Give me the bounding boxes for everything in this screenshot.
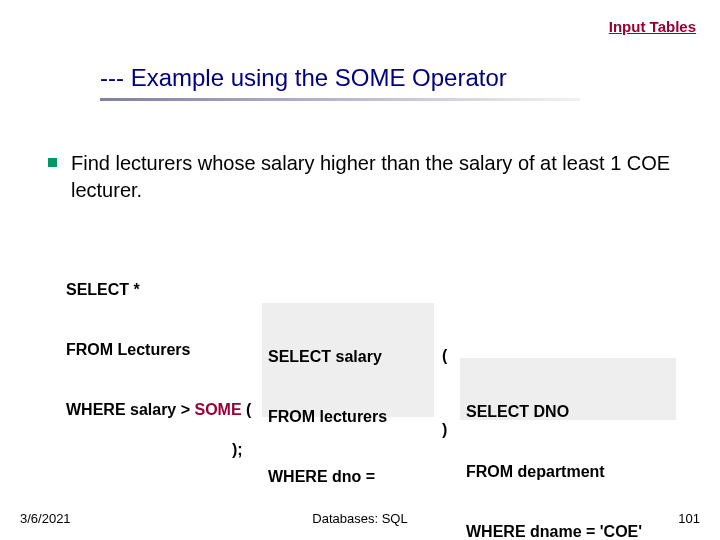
sql-line: SELECT DNO xyxy=(466,402,670,422)
slide-title-wrap: --- Example using the SOME Operator xyxy=(100,64,680,101)
some-keyword: SOME xyxy=(195,401,242,418)
input-tables-link[interactable]: Input Tables xyxy=(609,18,696,35)
sql-line: SELECT * xyxy=(66,280,251,300)
sql-line: FROM Lecturers xyxy=(66,340,251,360)
footer-page-number: 101 xyxy=(678,511,700,526)
bullet-text: Find lecturers whose salary higher than … xyxy=(71,150,690,204)
sql-subquery-box-2: SELECT DNO FROM department WHERE dname =… xyxy=(460,358,676,420)
sql-line: WHERE salary > SOME ( xyxy=(66,400,251,420)
sql-line: FROM department xyxy=(466,462,670,482)
sql-line: WHERE dno = xyxy=(268,467,428,487)
bullet-square-icon xyxy=(48,158,57,167)
paren-close: ) xyxy=(442,420,447,440)
sql-subquery-box-1: SELECT salary FROM lecturers WHERE dno = xyxy=(262,303,434,417)
paren-open: ( xyxy=(442,346,447,366)
sql-line: SELECT salary xyxy=(268,347,428,367)
sql-outer-block: SELECT * FROM Lecturers WHERE salary > S… xyxy=(66,240,251,440)
footer-title: Databases: SQL xyxy=(0,511,720,526)
title-underline xyxy=(100,98,580,101)
slide-title: --- Example using the SOME Operator xyxy=(100,64,680,96)
sql-line: FROM lecturers xyxy=(268,407,428,427)
bullet-item: Find lecturers whose salary higher than … xyxy=(48,150,690,204)
sql-terminator: ); xyxy=(232,440,243,460)
